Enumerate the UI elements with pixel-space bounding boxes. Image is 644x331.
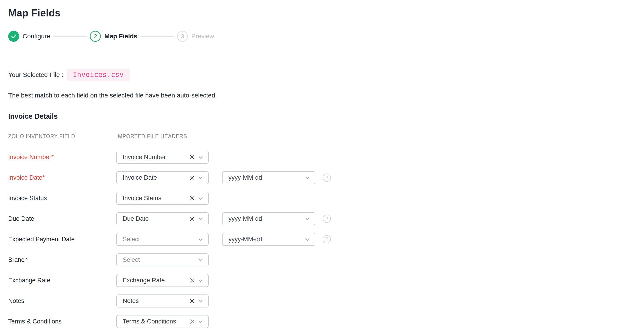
select-controls xyxy=(189,175,204,181)
field-label: Exchange Rate xyxy=(8,277,116,284)
mapped-header-select[interactable]: Invoice Date xyxy=(116,171,209,184)
date-format-value: yyyy-MM-dd xyxy=(228,236,304,243)
field-label: Notes xyxy=(8,297,116,304)
chevron-down-icon xyxy=(198,154,204,160)
field-mapping-row: Invoice Number* Invoice Number xyxy=(8,147,636,167)
field-label: Expected Payment Date xyxy=(8,236,116,243)
date-format-value: yyyy-MM-dd xyxy=(228,215,304,222)
import-stepper: Configure 2 Map Fields 3 Preview xyxy=(8,31,636,42)
chevron-down-icon xyxy=(304,236,310,242)
mapped-header-select[interactable]: Select xyxy=(116,253,209,266)
chevron-down-icon xyxy=(198,277,204,283)
mapped-value: Exchange Rate xyxy=(123,277,189,284)
mapped-value: Invoice Date xyxy=(123,174,189,181)
help-icon[interactable]: ? xyxy=(323,173,331,182)
chevron-down-icon xyxy=(304,216,310,222)
chevron-down-icon xyxy=(198,236,204,242)
help-icon[interactable]: ? xyxy=(323,235,331,243)
chevron-down-icon xyxy=(304,175,310,181)
field-label: Invoice Status xyxy=(8,195,116,202)
step-map-fields-label: Map Fields xyxy=(104,33,137,40)
clear-icon[interactable] xyxy=(189,216,195,222)
step-3-badge: 3 xyxy=(177,31,188,42)
field-mapping-row: Branch Select xyxy=(8,249,636,270)
select-controls xyxy=(198,236,204,242)
stepper-connector xyxy=(53,36,87,37)
clear-icon[interactable] xyxy=(189,175,195,181)
page-header: Map Fields Configure 2 Map Fields 3 Prev… xyxy=(0,7,644,42)
clear-icon[interactable] xyxy=(189,195,195,201)
chevron-down-icon xyxy=(198,298,204,304)
field-mapping-row: Exchange Rate Exchange Rate xyxy=(8,270,636,291)
mapped-value: Invoice Number xyxy=(123,154,189,161)
mapped-header-select[interactable]: Due Date xyxy=(116,212,209,225)
field-mapping-row: Invoice Date* Invoice Date yyyy-MM-dd xyxy=(8,167,636,188)
select-controls xyxy=(304,216,310,222)
select-controls xyxy=(304,236,310,242)
mapped-value: Notes xyxy=(123,297,189,304)
main-content: Your Selected File : Invoices.csv The be… xyxy=(0,69,644,331)
select-controls xyxy=(304,175,310,181)
field-mapping-row: Terms & Conditions Terms & Conditions xyxy=(8,311,636,331)
field-rows: Invoice Number* Invoice Number xyxy=(8,147,636,331)
mapped-header-select[interactable]: Select xyxy=(116,233,209,246)
mapped-header-select[interactable]: Notes xyxy=(116,294,209,307)
stepper-connector xyxy=(140,36,174,37)
auto-select-note: The best match to each field on the sele… xyxy=(8,92,636,99)
field-mapping-row: Expected Payment Date Select yyyy-MM-dd xyxy=(8,229,636,249)
clear-icon[interactable] xyxy=(189,154,195,160)
selected-file-name: Invoices.csv xyxy=(67,69,130,81)
select-controls xyxy=(189,318,204,324)
field-mapping-row: Notes Notes xyxy=(8,291,636,311)
step-preview[interactable]: 3 Preview xyxy=(177,31,214,42)
field-mapping-row: Invoice Status Invoice Status xyxy=(8,188,636,208)
chevron-down-icon xyxy=(198,257,204,263)
field-label: Branch xyxy=(8,256,116,263)
step-configure-label: Configure xyxy=(22,33,50,40)
mapped-value: Invoice Status xyxy=(123,195,189,202)
help-icon[interactable]: ? xyxy=(323,215,331,223)
clear-icon[interactable] xyxy=(189,318,195,324)
field-mapping-row: Due Date Due Date yyyy-MM-dd xyxy=(8,208,636,229)
select-controls xyxy=(189,195,204,201)
select-controls xyxy=(189,154,204,160)
column-header-field: ZOHO INVENTORY FIELD xyxy=(8,133,116,139)
clear-icon[interactable] xyxy=(189,298,195,304)
column-headers: ZOHO INVENTORY FIELD IMPORTED FILE HEADE… xyxy=(8,133,636,139)
select-controls xyxy=(189,298,204,304)
mapped-header-select[interactable]: Invoice Number xyxy=(116,151,209,164)
page-title: Map Fields xyxy=(8,7,636,19)
date-format-select[interactable]: yyyy-MM-dd xyxy=(222,233,316,246)
header-divider xyxy=(0,54,644,54)
field-label: Terms & Conditions xyxy=(8,318,116,325)
step-preview-label: Preview xyxy=(191,33,214,40)
chevron-down-icon xyxy=(198,175,204,181)
mapped-header-select[interactable]: Exchange Rate xyxy=(116,274,209,287)
field-label: Invoice Date* xyxy=(8,174,116,181)
select-controls xyxy=(189,277,204,283)
field-label: Invoice Number* xyxy=(8,154,116,161)
step-map-fields[interactable]: 2 Map Fields xyxy=(90,31,137,42)
selected-file-label: Your Selected File : xyxy=(8,71,64,79)
select-controls xyxy=(189,216,204,222)
section-title: Invoice Details xyxy=(8,112,636,121)
chevron-down-icon xyxy=(198,195,204,201)
step-configure[interactable]: Configure xyxy=(8,31,50,42)
chevron-down-icon xyxy=(198,318,204,324)
select-controls xyxy=(198,257,204,263)
selected-file-row: Your Selected File : Invoices.csv xyxy=(8,69,636,81)
mapped-value: Due Date xyxy=(123,215,189,222)
chevron-down-icon xyxy=(198,216,204,222)
field-label: Due Date xyxy=(8,215,116,222)
date-format-select[interactable]: yyyy-MM-dd xyxy=(222,171,316,184)
clear-icon[interactable] xyxy=(189,277,195,283)
mapped-header-select[interactable]: Invoice Status xyxy=(116,192,209,205)
date-format-select[interactable]: yyyy-MM-dd xyxy=(222,212,316,225)
step-2-badge: 2 xyxy=(90,31,101,42)
mapped-value: Select xyxy=(123,236,198,243)
mapped-value: Terms & Conditions xyxy=(123,318,189,325)
check-icon xyxy=(8,31,19,42)
column-header-imported: IMPORTED FILE HEADERS xyxy=(116,133,187,139)
mapped-value: Select xyxy=(123,256,198,263)
mapped-header-select[interactable]: Terms & Conditions xyxy=(116,315,209,328)
